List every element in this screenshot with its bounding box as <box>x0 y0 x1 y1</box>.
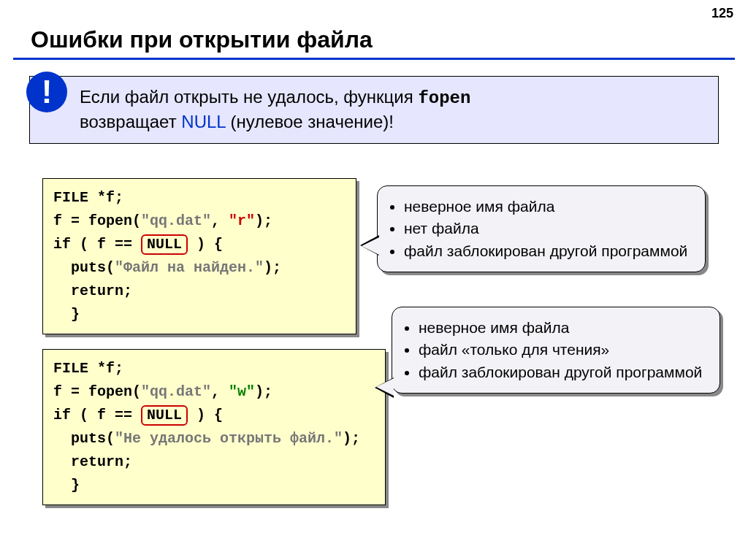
code-string: "qq.dat" <box>141 212 211 229</box>
code-null: NULL <box>141 405 188 426</box>
alert-mid: возвращает <box>80 112 181 131</box>
code-string: "Не удалось открыть файл." <box>115 430 343 447</box>
code-line: return; <box>53 453 132 470</box>
list-item: файл заблокирован другой программой <box>404 241 692 261</box>
list-item: неверное имя файла <box>419 318 706 338</box>
alert-box: ! Если файл открыть не удалось, функция … <box>29 76 719 144</box>
code-line: ); <box>255 383 272 400</box>
exclamation-icon: ! <box>26 72 67 112</box>
code-line: if ( f == <box>53 407 141 423</box>
code-line: f = fopen( <box>53 212 141 229</box>
alert-text: Если файл открыть не удалось, функция fo… <box>29 76 719 144</box>
list-item: нет файла <box>404 218 692 239</box>
page-title: Ошибки при открытии файла <box>31 26 748 53</box>
list-item: неверное имя файла <box>404 196 692 217</box>
callout-tail <box>362 237 379 255</box>
callout-write-errors: неверное имя файла файл «только для чтен… <box>392 307 720 394</box>
code-line: f = fopen( <box>53 383 141 400</box>
code-line: } <box>53 477 80 494</box>
code-line: , <box>211 212 229 229</box>
code-block-write: FILE *f; f = fopen("qq.dat", "w"); if ( … <box>42 349 386 505</box>
alert-func: fopen <box>418 88 470 108</box>
page-number: 125 <box>711 6 733 21</box>
code-null: NULL <box>141 234 188 255</box>
callout-list: неверное имя файла нет файла файл заблок… <box>388 196 692 261</box>
code-string: "qq.dat" <box>141 383 211 400</box>
code-line: ); <box>264 259 281 276</box>
list-item: файл заблокирован другой программой <box>419 362 706 383</box>
code-line: ); <box>343 430 360 447</box>
alert-null: NULL <box>181 112 225 131</box>
code-line: return; <box>53 283 132 299</box>
alert-prefix: Если файл открыть не удалось, функция <box>80 87 418 107</box>
code-line: puts( <box>53 259 115 276</box>
code-line: puts( <box>53 430 115 447</box>
callout-list: неверное имя файла файл «только для чтен… <box>402 318 706 383</box>
code-line: } <box>53 306 80 323</box>
code-line: FILE *f; <box>53 189 123 206</box>
code-line: if ( f == <box>53 236 141 253</box>
title-rule <box>13 58 735 60</box>
code-line: , <box>211 383 229 400</box>
list-item: файл «только для чтения» <box>419 340 706 360</box>
callout-read-errors: неверное имя файла нет файла файл заблок… <box>377 185 706 272</box>
code-line: ) { <box>188 407 223 423</box>
code-mode: "w" <box>229 383 255 400</box>
code-mode: "r" <box>229 212 255 229</box>
callout-tail <box>376 378 394 396</box>
code-line: FILE *f; <box>53 360 123 377</box>
code-line: ) { <box>188 236 223 253</box>
code-block-read: FILE *f; f = fopen("qq.dat", "r"); if ( … <box>42 178 356 334</box>
alert-suffix: (нулевое значение)! <box>226 112 394 131</box>
code-line: ); <box>255 212 272 229</box>
code-string: "Файл на найден." <box>115 259 264 276</box>
